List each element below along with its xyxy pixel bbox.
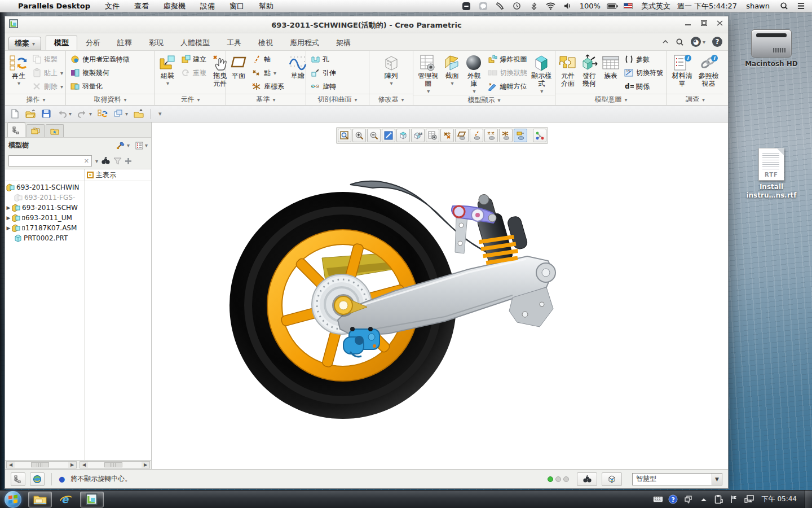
tree-item-subasm-2[interactable]: ▶ 693-2011_UM [5,213,84,223]
command-search-icon[interactable] [676,38,684,46]
toggle-navigator-button[interactable] [11,472,25,486]
parameters-button[interactable]: 參數 [622,52,665,66]
start-button[interactable] [5,491,21,508]
copy-geometry-button[interactable]: 複製幾何 [68,66,132,80]
search-model-button[interactable] [577,472,597,486]
input-language-flag-icon[interactable] [624,2,635,11]
line-app-icon[interactable] [478,2,489,11]
group-label-cut-surface[interactable]: 切剖和曲面▾ [306,94,369,105]
switch-symbols-button[interactable]: 15 切換符號 [622,66,665,80]
tree-item-root[interactable]: 693-2011-SCHWIN [5,182,84,192]
repeat-button[interactable]: 重複 [179,66,209,80]
regenerate-quick-button[interactable] [98,109,108,119]
file-tab[interactable]: 檔案▾ [8,37,41,50]
maximize-button[interactable] [700,20,708,27]
menu-file[interactable]: 文件 [105,1,120,11]
menu-help[interactable]: 幫助 [259,1,273,11]
expand-arrow-icon[interactable]: ▶ [5,205,12,211]
axis-button[interactable]: 軸 [250,52,286,66]
tab-annotate[interactable]: 註釋 [109,36,140,50]
assemble-button[interactable]: 組裝 ▾ [157,52,178,87]
model-shock-absorber[interactable] [467,186,531,267]
tab-framework[interactable]: 架構 [328,36,359,50]
battery-icon[interactable] [607,2,618,11]
desktop-icon-macintosh-hd[interactable]: Macintosh HD [744,29,798,68]
appearance-gallery-button[interactable]: 外觀庫▾ [463,52,484,95]
tree-search-input[interactable] [9,157,82,164]
spotlight-search-icon[interactable] [778,2,789,11]
graphics-area[interactable]: AB [152,122,728,469]
menu-vm[interactable]: 虛擬機 [164,1,186,11]
tray-clipboard-icon[interactable] [714,494,724,505]
revolve-button[interactable]: 旋轉 [308,80,338,93]
scroll-left-icon[interactable]: ◀ [7,462,15,468]
notification-center-icon[interactable] [795,2,806,11]
expand-arrow-icon[interactable]: ▶ [5,215,12,221]
tab-tools[interactable]: 工具 [218,36,250,50]
menubar-clock[interactable]: 週一 下午5:44:27 [677,1,737,11]
reference-viewer-button[interactable]: i 參照檢視器 [696,52,721,89]
regenerate-button[interactable]: 再生 ▾ [8,52,29,87]
new-file-button[interactable] [10,109,20,119]
tree-search-box[interactable]: ✕ [8,155,92,167]
tray-network-icon[interactable] [744,494,754,505]
tree-settings-button[interactable]: ▾ [135,142,148,150]
filter-button[interactable] [113,157,122,165]
select-box-button[interactable] [602,472,622,486]
input-language-label[interactable]: 美式英文 [641,1,670,11]
clear-search-icon[interactable]: ✕ [82,157,91,165]
tree-hscrollbar-right[interactable]: ◀ ▶ [80,461,150,468]
add-filter-button[interactable] [125,157,132,165]
create-component-button[interactable]: 建立 [179,52,209,66]
tree-representation-column-header[interactable]: 主表示 [84,169,151,181]
tree-item-part[interactable]: PRT0002.PRT [5,233,84,243]
group-label-component[interactable]: 元件▾ [155,94,226,105]
taskbar-ie-button[interactable]: e [54,492,78,507]
tab-folder-browser[interactable] [27,124,45,137]
extrude-button[interactable]: 引伸 [308,66,338,80]
tab-model[interactable]: 模型 [46,36,77,50]
scrollbar-thumb[interactable] [104,462,122,467]
pattern-button[interactable]: 陣列 ▾ [377,52,405,87]
group-label-operations[interactable]: 操作▾ [6,94,65,105]
close-window-button[interactable] [134,109,144,119]
find-button[interactable] [101,157,111,165]
tree-item-subasm-1[interactable]: ▶ 693-2011-SCHW [5,203,84,213]
menu-window[interactable]: 窗口 [230,1,244,11]
tab-analysis[interactable]: 分析 [77,36,109,50]
tree-tools-button[interactable]: ▾ [116,141,130,150]
tray-coherence-icon[interactable] [683,494,694,505]
display-style-button[interactable]: 顯示樣式▾ [530,52,553,95]
dropdown-arrow-icon[interactable]: ▼ [712,474,722,485]
menu-view[interactable]: 查看 [134,1,149,11]
notification-app-icon[interactable] [461,2,472,11]
family-table-button[interactable]: 族表 [601,52,621,81]
model-viewport-swingarm-assembly[interactable] [152,122,728,469]
exploded-view-button[interactable]: 爆炸視圖 [486,52,529,66]
tree-hscrollbar-left[interactable]: ◀ ▶ [6,461,77,468]
minimize-button[interactable] [684,20,692,27]
tree-item-subasm-3[interactable]: ▶ 17187K07.ASM [5,223,84,233]
help-icon[interactable]: ? [712,37,722,47]
open-file-button[interactable] [25,109,36,119]
taskbar-clock[interactable]: 下午 05:44 [762,494,797,504]
taskbar-explorer-button[interactable] [28,492,52,507]
csys-button[interactable]: 座標系 [250,80,286,93]
tray-keyboard-icon[interactable] [653,494,663,505]
menubar-user[interactable]: shawn [746,2,770,10]
save-button[interactable] [41,109,51,119]
sketch-button[interactable]: 草繪 [288,52,308,81]
group-label-model-intent[interactable]: 模型意圖▾ [555,94,667,105]
delete-button[interactable]: 刪除▾ [30,80,65,93]
scroll-left-icon[interactable]: ◀ [80,462,88,468]
model-link-plate[interactable] [455,216,467,253]
learning-connector-icon[interactable]: ◕▾ [691,37,705,47]
group-label-modifiers[interactable]: 修改器▾ [369,94,413,105]
shrinkwrap-button[interactable]: 羽量化 [68,80,132,93]
desktop-icon-rtf-file[interactable]: RTF Install instru…ns.rtf [744,148,798,200]
tab-model-tree[interactable] [7,122,25,137]
scrollbar-thumb[interactable] [31,462,49,467]
tab-favorites[interactable] [46,124,64,137]
close-button[interactable] [716,20,723,27]
volume-icon[interactable] [562,2,573,11]
